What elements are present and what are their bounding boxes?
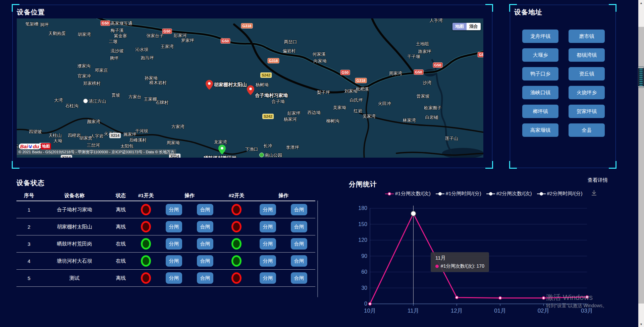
row-index: 1 (16, 207, 42, 213)
switch2-actions: 分闸合闸 (252, 204, 315, 215)
address-button[interactable]: 榔坪镇 (522, 105, 558, 118)
open-switch-button[interactable]: 分闸 (260, 238, 276, 250)
address-button[interactable]: 资丘镇 (569, 67, 605, 80)
map-label: 方家湾 (171, 124, 184, 130)
windows-activation-watermark: 激活 Windows (546, 292, 593, 303)
map-label: 高家堰互通 (111, 20, 132, 26)
legend-item[interactable]: #2分闸时间/(分) (537, 190, 583, 197)
map-label: 笔架槽 (25, 21, 39, 27)
map-label: 周家湾 (389, 70, 402, 76)
map-label: 李潭坪 (286, 145, 299, 151)
open-switch-button[interactable]: 分闸 (166, 221, 182, 232)
download-icon[interactable] (590, 189, 598, 197)
switch2-indicator (231, 272, 241, 284)
table-row: 1合子坳村习家坳离线分闸合闸分闸合闸 (16, 201, 315, 218)
switch1-actions: 分闸合闸 (158, 255, 221, 267)
map-label: 吴家湾 (363, 113, 376, 119)
baidu-map[interactable]: 笔架槽洞坪天鹅抱蛋胡家湾高家堰互通梅子溪紫金寨二墩流沙坡沁水坝腾坪跑马坪濮家沟邓… (17, 18, 483, 158)
switch2-indicator (231, 255, 241, 267)
map-label: 石柱沟 (65, 103, 78, 109)
close-switch-button[interactable]: 合闸 (197, 255, 213, 267)
open-switch-button[interactable]: 分闸 (166, 272, 182, 284)
map-label: 吴家坳 (333, 105, 346, 111)
close-switch-button[interactable]: 合闸 (197, 238, 213, 250)
address-button[interactable]: 鸭子口乡 (522, 67, 558, 80)
open-switch-button[interactable]: 分闸 (260, 221, 276, 232)
road-badge: S242 (260, 72, 272, 78)
map-label: 枇杷溪 (356, 86, 369, 92)
park-icon (259, 153, 264, 157)
map-label: 王家湾 (161, 44, 174, 50)
legend-item[interactable]: #1分闸时间/(分) (436, 190, 481, 197)
open-switch-button[interactable]: 分闸 (260, 272, 276, 284)
status-text: 离线 (107, 207, 134, 213)
map-label: 跑马坪 (141, 55, 154, 61)
legend-item[interactable]: #1分闸次数/(次) (385, 190, 431, 197)
address-button[interactable]: 全县 (569, 123, 605, 137)
page-scrollbar[interactable]: ▲ ▼ (638, 0, 644, 327)
close-switch-button[interactable]: 合闸 (197, 272, 213, 284)
corner-decoration (485, 4, 493, 12)
map-type-active[interactable]: 地图 (452, 23, 467, 30)
map-label: 石牌村 (156, 100, 169, 106)
status-section-title: 设备状态 (16, 178, 45, 187)
close-switch-button[interactable]: 合闸 (197, 204, 213, 215)
map-label: 周家坳 (167, 140, 180, 146)
map-pin[interactable] (206, 80, 213, 91)
address-button[interactable]: 贺家坪镇 (569, 105, 605, 118)
map-type-control[interactable]: 地图混合 (452, 23, 481, 30)
legend-item[interactable]: #2分闸次数/(次) (486, 190, 532, 197)
map-label: 郑家榜村 (83, 80, 101, 87)
map-label: 林家湾 (403, 117, 416, 123)
map-pin[interactable] (218, 145, 226, 156)
view-details-link[interactable]: 查看详情 (588, 177, 608, 183)
open-switch-button[interactable]: 分闸 (260, 255, 276, 267)
close-switch-button[interactable]: 合闸 (291, 238, 307, 250)
address-button[interactable]: 龙舟坪镇 (522, 30, 558, 43)
scroll-up-arrow[interactable]: ▲ (638, 0, 644, 6)
road-badge: G50 (221, 38, 230, 44)
open-switch-button[interactable]: 分闸 (166, 255, 182, 267)
scroll-down-arrow[interactable]: ▼ (638, 321, 644, 327)
map-label: 腾坪 (110, 55, 118, 61)
svg-text:01月: 01月 (494, 308, 506, 314)
close-switch-button[interactable]: 合闸 (197, 221, 213, 232)
map-pin-label: 合子坳村习家坳 (255, 93, 288, 99)
address-button[interactable]: 火烧坪乡 (569, 86, 605, 99)
map-label: 大湾 (54, 97, 63, 103)
table-scrollbar[interactable] (317, 201, 318, 297)
switch2-indicator (231, 204, 241, 215)
close-switch-button[interactable]: 合闸 (291, 221, 307, 232)
svg-text:10月: 10月 (364, 308, 376, 314)
address-button[interactable]: 磨市镇 (569, 30, 605, 43)
address-button[interactable]: 大堰乡 (522, 48, 558, 62)
open-switch-button[interactable]: 分闸 (260, 204, 276, 215)
switch2-indicator (231, 238, 241, 250)
address-panel-title: 设备地址 (514, 8, 542, 17)
map-label: 杨树坳 (256, 82, 269, 88)
close-switch-button[interactable]: 合闸 (291, 204, 307, 215)
column-header: 操作 (158, 193, 221, 199)
map-pin[interactable] (247, 85, 254, 97)
scrollbar-widget[interactable] (638, 66, 644, 88)
map-label: 梨子坪 (317, 90, 330, 96)
map-type-option[interactable]: 混合 (467, 23, 481, 30)
map-label: 紫金寨 (114, 33, 127, 39)
map-copyright: © 2021 Baidu - GS(2019)5218号 - 甲测资字11009… (17, 149, 176, 155)
address-button[interactable]: 都镇湾镇 (569, 48, 605, 62)
map-label: 柳树沟 (326, 118, 339, 124)
open-switch-button[interactable]: 分闸 (166, 204, 182, 215)
column-header: #1开关 (134, 193, 158, 199)
close-switch-button[interactable]: 合闸 (291, 272, 307, 284)
close-switch-button[interactable]: 合闸 (291, 255, 307, 267)
pin-icon (206, 80, 213, 90)
table-row: 5测试离线分闸合闸分闸合闸 (16, 270, 315, 287)
open-switch-button[interactable]: 分闸 (166, 238, 182, 250)
road-badge: X214 (61, 155, 72, 158)
switch2-actions: 分闸合闸 (252, 221, 315, 232)
switch1-indicator (141, 255, 151, 267)
map-label: 南山公园 (259, 152, 282, 158)
address-button[interactable]: 高家堰镇 (522, 123, 558, 137)
pin-icon (247, 85, 254, 95)
address-button[interactable]: 渔峡口镇 (522, 86, 558, 99)
